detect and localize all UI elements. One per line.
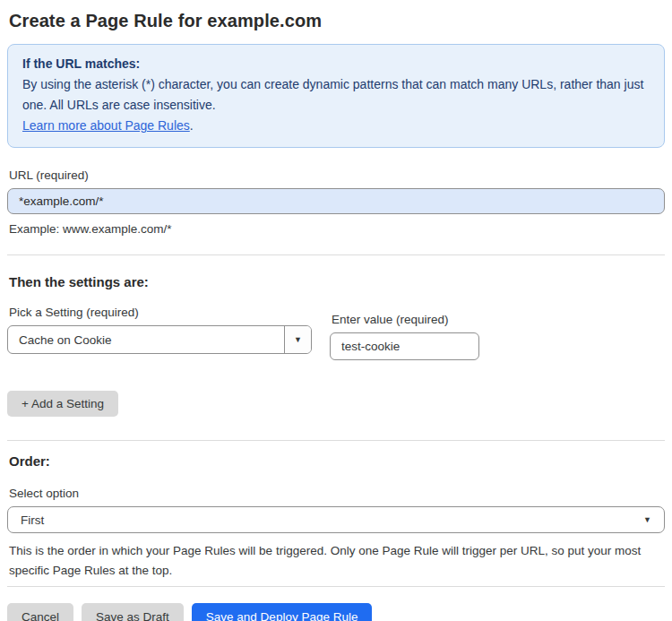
order-select[interactable]: First ▼: [7, 506, 665, 533]
page-title: Create a Page Rule for example.com: [9, 11, 665, 31]
setting-value-column: Enter value (required): [330, 306, 479, 360]
callout-link-suffix: .: [190, 118, 194, 133]
save-deploy-button[interactable]: Save and Deploy Page Rule: [192, 603, 373, 621]
order-select-value: First: [21, 513, 44, 527]
value-input-label: Enter value (required): [332, 313, 479, 326]
setting-select-label: Pick a Setting (required): [9, 306, 312, 319]
save-draft-button[interactable]: Save as Draft: [82, 603, 184, 621]
setting-select-column: Pick a Setting (required) Cache on Cooki…: [7, 306, 312, 360]
divider: [7, 586, 665, 587]
url-input[interactable]: [7, 188, 665, 214]
url-label: URL (required): [9, 168, 665, 182]
order-heading: Order:: [9, 453, 665, 469]
settings-row: Pick a Setting (required) Cache on Cooki…: [7, 306, 665, 360]
callout-body: By using the asterisk (*) character, you…: [22, 77, 643, 112]
learn-more-link[interactable]: Learn more about Page Rules: [22, 118, 190, 133]
order-select-label: Select option: [9, 487, 665, 500]
value-input[interactable]: [330, 332, 479, 360]
settings-heading: Then the settings are:: [9, 274, 665, 289]
order-helper: This is the order in which your Page Rul…: [9, 541, 665, 580]
divider: [7, 440, 665, 441]
setting-select[interactable]: Cache on Cookie ▼: [7, 325, 312, 354]
caret-down-icon[interactable]: ▼: [284, 326, 311, 353]
footer-actions: Cancel Save as Draft Save and Deploy Pag…: [7, 603, 665, 621]
url-matches-callout: If the URL matches: By using the asteris…: [7, 44, 665, 148]
divider: [7, 254, 665, 255]
url-helper: Example: www.example.com/*: [9, 221, 665, 237]
callout-heading: If the URL matches:: [22, 54, 650, 74]
caret-down-icon: ▼: [643, 516, 651, 524]
page-rule-form: Create a Page Rule for example.com If th…: [0, 0, 672, 621]
setting-select-value: Cache on Cookie: [8, 326, 284, 353]
cancel-button[interactable]: Cancel: [7, 603, 73, 621]
add-setting-button[interactable]: + Add a Setting: [7, 391, 118, 417]
